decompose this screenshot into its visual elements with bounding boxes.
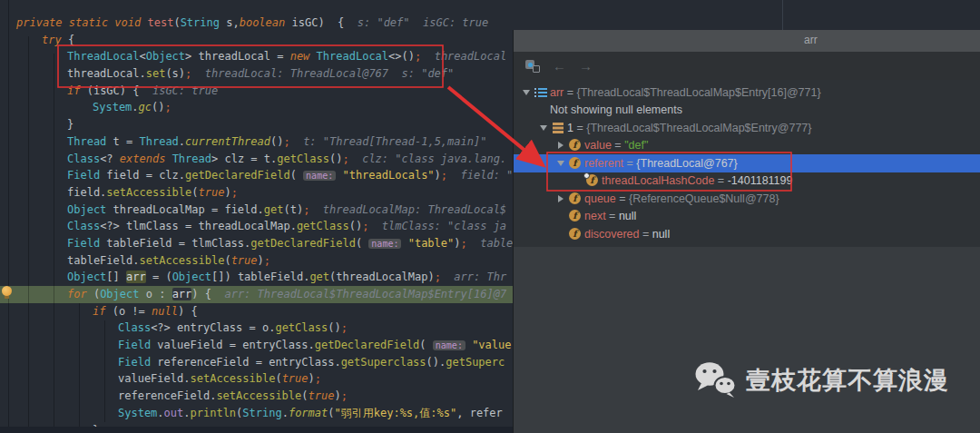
- expander-down-icon[interactable]: [536, 125, 551, 131]
- code-token: Field: [67, 169, 100, 182]
- code-token: threadLocalMap = field.: [106, 203, 263, 216]
- code-token: (): [270, 135, 283, 148]
- code-token: boolean: [240, 16, 286, 29]
- tree-row-discovered[interactable]: discovered = null: [514, 225, 980, 243]
- lightbulb-icon[interactable]: [1, 286, 13, 300]
- tree-row-next[interactable]: next = null: [514, 208, 980, 226]
- code-token: ;: [165, 101, 172, 113]
- code-token: getSuperclass: [341, 356, 426, 369]
- tree-row-arr[interactable]: arr = {ThreadLocal$ThreadLocalMap$Entry[…: [514, 84, 980, 102]
- code-token: > clz = t.: [211, 153, 277, 165]
- variable-name: arr: [550, 86, 564, 99]
- field-watched-icon: [585, 174, 602, 187]
- watermark-text: 壹枝花算不算浪漫: [746, 364, 949, 397]
- equals-sign: =: [623, 157, 636, 170]
- code-token: Class: [67, 220, 100, 232]
- code-token: test: [148, 16, 174, 29]
- code-token: []) tableField.: [211, 271, 309, 283]
- inline-debug-hint: s: "def" isGC: true: [344, 16, 488, 29]
- code-token: true: [309, 389, 335, 402]
- variable-value: null: [652, 228, 670, 241]
- code-token: getClass: [275, 321, 328, 334]
- expander-down-icon[interactable]: [554, 161, 568, 166]
- code-token: currentThread: [185, 135, 270, 148]
- code-token: "table": [408, 237, 455, 250]
- code-token: ): [334, 389, 340, 402]
- code-token: Class: [118, 321, 151, 334]
- code-token: .: [282, 407, 289, 419]
- variable-value: {ThreadLocal@767}: [636, 157, 737, 170]
- code-token: (threadLocalMap): [329, 271, 435, 283]
- field-icon: [568, 139, 584, 152]
- code-token: format: [289, 407, 328, 419]
- code-token: ;: [341, 321, 348, 334]
- popup-toolbar: ← →: [514, 52, 980, 80]
- code-token: setAccessible: [216, 389, 301, 402]
- equals-sign: =: [639, 228, 652, 241]
- equals-sign: =: [616, 192, 629, 205]
- code-token: tableField.: [67, 254, 139, 267]
- tree-row-value[interactable]: value = "def": [514, 137, 980, 155]
- code-token: (): [328, 321, 340, 334]
- tree-row-referent[interactable]: referent = {ThreadLocal@767}: [514, 154, 980, 172]
- inline-debug-hint: isGC: true: [139, 84, 218, 97]
- tree-message: Not showing null elements: [550, 103, 682, 116]
- field-icon: [568, 210, 584, 222]
- expander-down-icon[interactable]: [519, 90, 534, 95]
- gutter-divider: [8, 0, 9, 433]
- code-token: (: [173, 16, 180, 29]
- code-token: Field: [67, 237, 100, 250]
- parameter-hint-badge: name:: [368, 239, 401, 249]
- indent-guide: [104, 320, 105, 422]
- code-token: ;: [231, 186, 238, 199]
- code-token: .: [183, 407, 190, 419]
- inline-debug-hint: arr: Thr: [441, 271, 506, 283]
- code-token: (: [328, 407, 334, 419]
- code-token: new: [290, 50, 310, 63]
- code-token: valueField = entryClass.: [151, 339, 315, 351]
- code-token: (: [191, 186, 198, 199]
- code-token: Object: [172, 271, 211, 283]
- code-token: setAccessible: [190, 372, 275, 385]
- code-line: private static void test(String s,boolea…: [0, 15, 980, 32]
- view-options-icon[interactable]: [525, 59, 540, 73]
- code-token: setAccessible: [139, 254, 224, 267]
- code-token: Thread: [139, 135, 178, 148]
- code-token: valueField.: [118, 372, 190, 385]
- code-token: (): [152, 101, 164, 113]
- parameter-hint-badge: name:: [433, 340, 466, 350]
- code-token: <?: [100, 153, 120, 165]
- popup-title-bar[interactable]: arr: [514, 30, 980, 52]
- tree-row-queue[interactable]: queue = {ReferenceQueue$Null@778}: [514, 190, 980, 208]
- array-icon: [551, 122, 567, 134]
- expander-right-icon[interactable]: [554, 142, 568, 149]
- code-token: ().: [426, 356, 446, 369]
- expander-right-icon[interactable]: [554, 195, 568, 202]
- code-token: try: [42, 34, 62, 46]
- variable-value: -1401181199: [728, 174, 793, 187]
- code-token: Thread: [67, 135, 106, 148]
- equals-sign: =: [714, 174, 727, 187]
- code-token: getClass: [297, 220, 349, 232]
- code-token: referenceField = entryClass.: [151, 356, 341, 369]
- code-token: (: [224, 254, 230, 267]
- code-token: field.: [67, 186, 106, 199]
- code-token: Field: [118, 339, 151, 351]
- tree-row-threadlocalhashcode[interactable]: threadLocalHashCode = -1401181199: [514, 172, 980, 191]
- code-token: "threadLocals": [342, 169, 434, 182]
- code-token: "value: [472, 339, 511, 351]
- code-token: <>(): [388, 50, 415, 63]
- code-token: Object: [146, 50, 185, 63]
- tree-message-row[interactable]: Not showing null elements: [514, 102, 980, 120]
- code-token: o :: [140, 288, 172, 300]
- wechat-icon: [694, 361, 738, 399]
- code-token: {: [62, 34, 74, 46]
- code-token: String: [181, 16, 220, 29]
- back-arrow-icon[interactable]: ←: [553, 59, 566, 73]
- code-token: setAccessible: [106, 186, 191, 199]
- forward-arrow-icon[interactable]: →: [579, 59, 593, 73]
- code-token: gc: [139, 101, 152, 113]
- tree-row-1[interactable]: 1 = {ThreadLocal$ThreadLocalMap$Entry@77…: [514, 119, 980, 137]
- code-token: ): [258, 254, 264, 267]
- code-token: ): [224, 186, 230, 199]
